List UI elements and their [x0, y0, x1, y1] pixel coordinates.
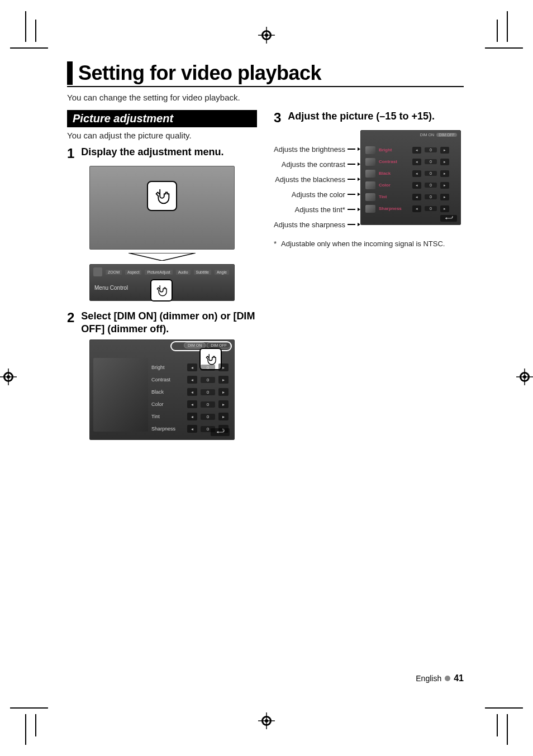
setting-value: 0 — [425, 171, 437, 176]
settings-panel: DIM ON DIM OFF Bright◂0▸Contrast◂0▸Black… — [89, 339, 235, 440]
step-2: 2 Select [DIM ON] (dimmer on) or [DIM OF… — [67, 310, 257, 335]
figure-dim-select: DIM ON DIM OFF Bright◂0▸Contrast◂0▸Black… — [89, 339, 235, 440]
menu-item: ZOOM — [106, 270, 122, 275]
decrement-icon: ◂ — [187, 388, 197, 396]
adjustment-label: Adjusts the tint* — [295, 204, 360, 215]
adjustment-label: Adjusts the sharpness — [274, 219, 360, 230]
svg-marker-22 — [445, 217, 447, 219]
setting-label: Sharpness — [379, 206, 409, 211]
settings-row: Tint◂0▸ — [365, 191, 456, 203]
row-thumbnail — [365, 205, 375, 213]
svg-marker-20 — [129, 253, 196, 261]
settings-row: Black◂0▸ — [151, 386, 230, 398]
setting-label: Tint — [379, 194, 409, 199]
setting-label: Contrast — [151, 377, 184, 382]
crop-mark — [485, 707, 523, 709]
row-thumbnail — [365, 170, 375, 178]
settings-row: Sharpness◂0▸ — [365, 203, 456, 214]
setting-value: 0 — [425, 159, 437, 164]
setting-value: 0 — [201, 365, 215, 371]
decrement-icon: ◂ — [187, 400, 197, 408]
decrement-icon: ◂ — [187, 413, 197, 420]
subhead-picture-adjustment: Picture adjustment — [67, 110, 257, 127]
decrement-icon: ◂ — [412, 205, 421, 212]
row-thumbnail — [365, 158, 375, 166]
video-preview — [93, 358, 148, 432]
setting-label: Black — [151, 389, 184, 395]
increment-icon: ▸ — [218, 376, 229, 384]
label-text: Adjusts the blackness — [275, 175, 345, 184]
setting-value: 0 — [201, 389, 215, 395]
crop-mark — [25, 11, 26, 42]
touch-icon — [147, 181, 177, 211]
back-icon — [440, 215, 457, 222]
setting-value: 0 — [425, 147, 437, 152]
increment-icon: ▸ — [440, 159, 449, 165]
settings-row: Bright◂0▸ — [151, 361, 230, 374]
tab-dim-on: DIM ON — [420, 133, 434, 137]
setting-value: 0 — [201, 377, 215, 383]
increment-icon: ▸ — [218, 400, 229, 408]
pointer-line — [348, 149, 355, 150]
title-row: Setting for video playback — [67, 61, 464, 87]
setting-label: Contrast — [379, 159, 409, 164]
crop-mark — [507, 11, 508, 42]
menu-item: Aspect — [125, 270, 141, 275]
setting-value: 0 — [425, 183, 437, 188]
step-3: 3 Adjust the picture (–15 to +15). — [274, 110, 464, 126]
setting-value: 0 — [425, 194, 437, 199]
label-text: Adjusts the contrast — [282, 160, 345, 169]
crop-mark — [25, 714, 26, 745]
footnote-text: Adjustable only when the incoming signal… — [281, 239, 445, 249]
setting-label: Black — [379, 171, 409, 176]
registration-mark-icon — [516, 369, 533, 385]
settings-row: Color◂0▸ — [151, 398, 230, 410]
decrement-icon: ◂ — [412, 170, 421, 177]
row-thumbnail — [365, 181, 375, 189]
touch-icon — [150, 279, 173, 302]
menu-icon — [93, 267, 102, 276]
adjustment-label: Adjusts the color — [292, 189, 360, 200]
blank-screen — [89, 166, 235, 250]
menu-control-label: Menu Control — [94, 285, 128, 291]
step-number: 3 — [274, 110, 281, 126]
menu-item: Subtitle — [194, 270, 211, 275]
page-intro: You can change the setting for video pla… — [67, 93, 464, 102]
increment-icon: ▸ — [440, 194, 449, 200]
crop-mark — [507, 714, 508, 745]
step-number: 2 — [67, 310, 74, 326]
increment-icon: ▸ — [440, 170, 449, 177]
decrement-icon: ◂ — [412, 159, 421, 165]
setting-value: 0 — [425, 206, 437, 211]
decrement-icon: ◂ — [187, 376, 197, 384]
footnote-mark: * — [274, 239, 277, 249]
menu-item: Audio — [176, 270, 191, 275]
footnote: * Adjustable only when the incoming sign… — [274, 239, 464, 249]
settings-row: Contrast◂0▸ — [365, 156, 456, 168]
page-content: Setting for video playback You can chang… — [67, 61, 464, 449]
footer-language: English — [416, 674, 441, 683]
left-column: Picture adjustment You can adjust the pi… — [67, 110, 257, 449]
svg-marker-21 — [217, 431, 218, 433]
crop-mark — [10, 47, 48, 49]
increment-icon: ▸ — [440, 182, 449, 189]
settings-rows: Bright◂0▸Contrast◂0▸Black◂0▸Color◂0▸Tint… — [365, 144, 456, 214]
setting-label: Bright — [151, 365, 184, 370]
footer-dot-icon — [445, 676, 450, 681]
adjustment-labels: Adjusts the brightnessAdjusts the contra… — [274, 130, 360, 230]
crop-mark — [35, 20, 36, 42]
row-thumbnail — [365, 193, 375, 201]
down-arrow-icon — [129, 253, 196, 261]
adjustment-label: Adjusts the blackness — [275, 174, 360, 185]
decrement-icon: ◂ — [187, 363, 197, 371]
registration-mark-icon — [0, 369, 17, 385]
row-thumbnail — [365, 146, 375, 154]
tab-dim-off: DIM OFF — [436, 133, 457, 137]
pointer-line — [348, 179, 355, 180]
setting-label: Tint — [151, 414, 184, 419]
increment-icon: ▸ — [218, 413, 229, 420]
back-icon — [211, 428, 230, 436]
setting-label: Bright — [379, 147, 409, 152]
crop-mark — [497, 714, 498, 736]
figure-display-menu: ZOOM Aspect PictureAdjust Audio Subtitle… — [89, 166, 235, 301]
